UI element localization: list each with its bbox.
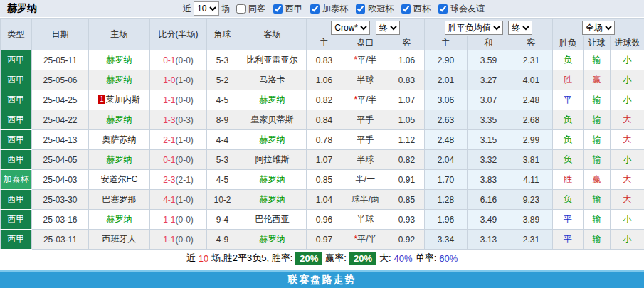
euro-odds-select[interactable]: 胜平负均值 [445, 21, 503, 35]
asian-away-odds: 1.07 [389, 90, 425, 110]
league-label-copa: 西杯 [413, 3, 431, 15]
sub-header-euro-away: 客 [510, 36, 553, 50]
result-cell: 平 [553, 230, 584, 250]
score-cell: 1-3(0-3) [150, 110, 207, 130]
same-away-checkbox[interactable] [236, 4, 246, 14]
asian-home-odds: 0.84 [307, 110, 342, 130]
filter-controls: 近 10 场 同客 西甲 加泰杯 欧冠杯 西杯 球会友谊 [183, 1, 486, 16]
single-rate: 60% [439, 253, 458, 264]
league-checkbox-liga[interactable] [273, 4, 283, 14]
home-team-cell: 赫罗纳 [89, 110, 150, 130]
home-team-name: 赫罗纳 [107, 214, 132, 224]
summary-prefix: 近 [186, 252, 196, 265]
sub-header-handicap-result: 让球 [584, 36, 611, 50]
away-team-name: 阿拉维斯 [255, 154, 290, 164]
match-history-panel: 赫罗纳 近 10 场 同客 西甲 加泰杯 欧冠杯 西杯 球会友谊 [0, 0, 644, 288]
league-checkbox-copa[interactable] [401, 4, 411, 14]
team-title: 赫罗纳 [7, 2, 37, 15]
euro-draw-odds: 3.13 [468, 230, 510, 250]
goals-result-cell: 大 [611, 170, 644, 190]
table-row: 加泰杯 25-04-03 安道尔FC 2-3(2-1) 4-5 赫罗纳 0.85… [1, 170, 644, 190]
handicap-cell: 平手 [342, 130, 389, 150]
asian-away-odds: 0.85 [389, 190, 425, 210]
score-cell: 0-1(0-0) [150, 150, 207, 170]
table-row: 西甲 25-04-25 1莱加内斯 1-1(0-0) 4-5 赫罗纳 0.82 … [1, 90, 644, 110]
away-team-name: 赫罗纳 [260, 194, 285, 204]
corners-cell: 8-9 [207, 110, 238, 130]
summary-stats: 场,胜2平3负5, 胜率: [211, 252, 292, 265]
euro-home-odds: 2.90 [425, 50, 468, 70]
league-cell: 西甲 [1, 50, 32, 70]
goals-result-cell: 大 [611, 130, 644, 150]
asian-home-odds: 0.82 [307, 90, 342, 110]
filter-bar: 赫罗纳 近 10 场 同客 西甲 加泰杯 欧冠杯 西杯 球会友谊 [0, 0, 644, 18]
asian-home-odds: 1.04 [307, 190, 342, 210]
euro-away-odds: 4.11 [510, 170, 553, 190]
games-label: 场 [221, 3, 230, 15]
league-cell: 西甲 [1, 130, 32, 150]
away-team-cell: 巴伦西亚 [238, 210, 307, 230]
asian-home-odds: 1.07 [307, 150, 342, 170]
home-team-name: 赫罗纳 [107, 75, 132, 85]
sub-header-handicap: 盘口 [342, 36, 389, 50]
corners-cell: 4-9 [207, 230, 238, 250]
summary-bar: 近10场,胜2平3负5, 胜率: 20% 赢率: 20% 大:40% 单率:60… [0, 250, 644, 267]
league-handicap-trend-link[interactable]: 联赛盘路走势 [0, 270, 644, 288]
league-checkbox-friendly[interactable] [438, 4, 448, 14]
away-team-cell: 比利亚雷亚尔 [238, 50, 307, 70]
handicap-result-cell: 输 [584, 90, 611, 110]
handicap-cell: 半球 [342, 210, 389, 230]
euro-away-odds: 2.68 [510, 110, 553, 130]
result-group-header: 全场 [553, 19, 644, 36]
corners-cell: 10-2 [207, 190, 238, 210]
table-row: 西甲 25-04-13 奥萨苏纳 2-1(1-0) 4-4 赫罗纳 0.78 平… [1, 130, 644, 150]
sub-header-goals: 进球数 [611, 36, 644, 50]
away-team-name: 比利亚雷亚尔 [247, 55, 298, 65]
league-cell: 西甲 [1, 70, 32, 90]
asian-home-odds: 0.85 [307, 170, 342, 190]
asian-time-select[interactable]: 终 [376, 21, 400, 35]
sub-header-asian-home: 主 [307, 36, 342, 50]
euro-away-odds: 2.31 [510, 50, 553, 70]
euro-draw-odds: 6.16 [468, 190, 510, 210]
result-scope-select[interactable]: 全场 [582, 21, 615, 35]
euro-away-odds: 9.23 [510, 190, 553, 210]
goals-result-cell: 小 [611, 90, 644, 110]
goals-result-cell: 大 [611, 110, 644, 130]
match-history-table: 类型 日期 主场 比分(半场) 角球 客场 Crow* 终 胜平负均值 [0, 18, 644, 250]
home-team-cell: 赫罗纳 [89, 150, 150, 170]
date-cell: 25-04-25 [32, 90, 89, 110]
same-away-label: 同客 [248, 3, 265, 15]
euro-home-odds: 2.63 [425, 110, 468, 130]
home-team-name: 赫罗纳 [107, 154, 132, 164]
handicap-result-cell: 输 [584, 230, 611, 250]
euro-away-odds: 2.31 [510, 230, 553, 250]
bookmaker-select[interactable]: Crow* [331, 21, 370, 35]
euro-draw-odds: 3.49 [468, 210, 510, 230]
recent-count-select[interactable]: 10 [194, 1, 219, 16]
col-header-corners: 角球 [207, 19, 238, 50]
date-cell: 25-05-11 [32, 50, 89, 70]
date-cell: 25-03-11 [32, 230, 89, 250]
result-cell: 负 [553, 110, 584, 130]
league-checkbox-ucl[interactable] [356, 4, 365, 14]
home-team-name: 西班牙人 [102, 234, 137, 244]
sub-header-euro-home: 主 [425, 36, 468, 50]
euro-away-odds: 4.01 [510, 70, 553, 90]
corners-cell: 5-2 [207, 70, 238, 90]
result-cell: 负 [553, 130, 584, 150]
asian-away-odds: 0.92 [389, 230, 425, 250]
euro-time-select[interactable]: 终 [508, 21, 532, 35]
handicap-rate-label: 赢率: [325, 252, 347, 265]
date-cell: 25-04-03 [32, 170, 89, 190]
goals-result-cell: 小 [611, 210, 644, 230]
score-cell: 2-3(2-1) [150, 170, 207, 190]
league-checkbox-catalan-cup[interactable] [310, 4, 320, 14]
handicap-cell: *平/半 [342, 50, 389, 70]
away-team-name: 赫罗纳 [260, 134, 285, 144]
league-label-ucl: 欧冠杯 [368, 3, 394, 15]
corners-cell: 4-5 [207, 170, 238, 190]
corners-cell: 4-4 [207, 130, 238, 150]
handicap-rate-badge: 20% [349, 252, 376, 265]
date-cell: 25-03-30 [32, 190, 89, 210]
